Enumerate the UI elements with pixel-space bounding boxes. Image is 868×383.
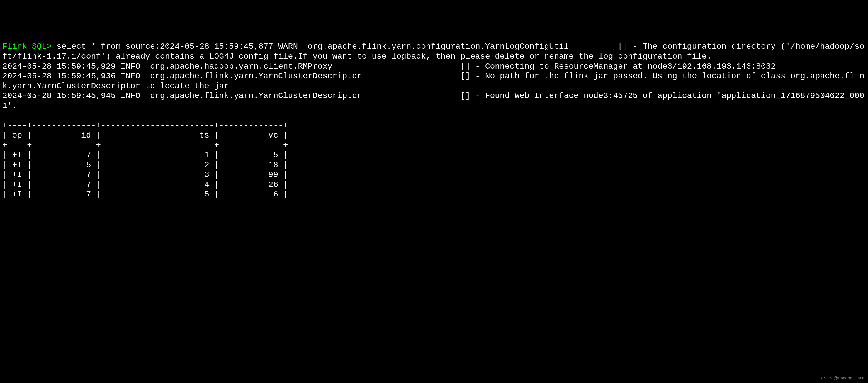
- table-border-top: +----+-------------+--------------------…: [2, 121, 288, 130]
- table-row-2: | +I | 7 | 3 | 99 |: [2, 170, 288, 179]
- log-line-3: 2024-05-28 15:59:45,945 INFO org.apache.…: [2, 91, 864, 110]
- log-line-1: 2024-05-28 15:59:45,929 INFO org.apache.…: [2, 62, 776, 71]
- log-line-2: 2024-05-28 15:59:45,936 INFO org.apache.…: [2, 71, 864, 91]
- table-row-4: | +I | 7 | 5 | 6 |: [2, 190, 288, 199]
- table-row-1: | +I | 5 | 2 | 18 |: [2, 160, 288, 170]
- table-row-0: | +I | 7 | 1 | 5 |: [2, 150, 288, 159]
- table-row-3: | +I | 7 | 4 | 26 |: [2, 180, 288, 189]
- table-header-row: | op | id | ts | vc |: [2, 131, 288, 140]
- sql-prompt: Flink SQL: [2, 42, 46, 51]
- prompt-suffix: >: [46, 42, 57, 51]
- sql-command[interactable]: select * from source;: [57, 42, 160, 51]
- terminal-output: Flink SQL> select * from source;2024-05-…: [2, 42, 866, 199]
- table-border-mid: +----+-------------+--------------------…: [2, 141, 288, 150]
